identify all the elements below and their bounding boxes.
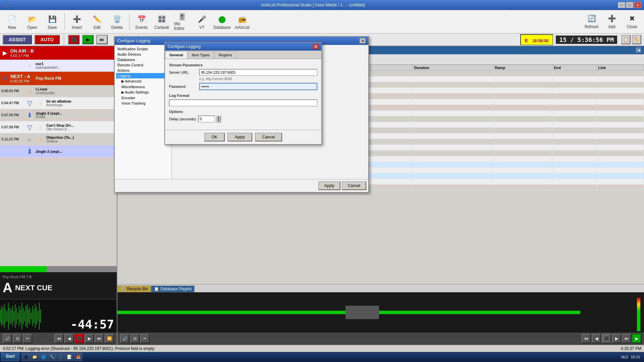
tree-audio-settings[interactable]: ▶ Audio Settings xyxy=(116,89,170,95)
cell-duration xyxy=(413,105,493,111)
stream-params-label: Stream Parameters xyxy=(169,63,317,67)
edit-button[interactable]: ✏️ Edit xyxy=(88,12,106,32)
vt-button[interactable]: 🎤 VT xyxy=(193,12,211,32)
taskbar: Start 🖥 📁 🌐 🔧 🎵 📝 🦊 NLD 16:15 xyxy=(0,352,644,362)
maximize-button[interactable]: □ xyxy=(626,2,633,8)
assist-button[interactable]: ASSIST xyxy=(3,35,32,44)
right-ffwd[interactable]: ⏭ xyxy=(622,334,631,343)
inner-cancel-button[interactable]: Cancel xyxy=(255,133,282,141)
tree-logging[interactable]: Logging xyxy=(116,73,170,78)
list-item[interactable]: 5:00:53 PM ♫ I Lived OneRepublic xyxy=(0,85,117,97)
log-format-input[interactable] xyxy=(169,100,317,106)
tree-miscellaneous[interactable]: Miscellaneous xyxy=(116,84,170,89)
server-url-input[interactable] xyxy=(199,69,317,76)
pencil-button[interactable]: ✏️ xyxy=(632,35,641,44)
mix-editor-button[interactable]: 🎚️ Mix Editor xyxy=(172,12,191,32)
tree-notification[interactable]: Notification Scripts xyxy=(116,46,170,52)
tree-voice-tracking[interactable]: Voice Tracking xyxy=(116,101,170,106)
list-item[interactable]: 5:07:38 PM ▽ ♫ Can't Stop Dri... Otto Kn… xyxy=(0,121,117,133)
auto-button[interactable]: AUTO xyxy=(35,35,60,44)
taskbar-icon-2[interactable]: 📁 xyxy=(31,353,39,361)
refresh-button[interactable]: 🔄 Refresh xyxy=(582,11,601,31)
cue-letter: A xyxy=(3,280,12,295)
inner-apply-button[interactable]: Apply xyxy=(227,133,252,141)
taskbar-icon-7[interactable]: 🦊 xyxy=(74,353,82,361)
outer-cancel-button[interactable]: Cancel xyxy=(342,181,366,190)
right-back[interactable]: ◀ xyxy=(592,334,601,343)
right-eq[interactable]: ⚖ xyxy=(130,334,140,343)
tree-databases[interactable]: Databases xyxy=(116,57,170,62)
transport-vol-left[interactable]: 🔊 xyxy=(3,334,12,343)
delay-input[interactable] xyxy=(198,116,215,122)
tree-remote-control[interactable]: Remote Control xyxy=(116,62,170,68)
list-item[interactable]: 5:04:47 PM ▽ ♫ Im an albatrao Aronchupa xyxy=(0,97,117,109)
tab-content-general: Stream Parameters Server URL: e.g. http:… xyxy=(165,59,321,130)
tab-general[interactable]: General xyxy=(165,51,187,59)
list-item[interactable]: 5:07:30 PM ⬇ Jingle 3 (sept... PFRM xyxy=(0,109,117,121)
delay-row: Delay (seconds): ▲ ▼ xyxy=(169,116,317,122)
list-item[interactable]: ⬇ Jingle 2 (sept... xyxy=(0,145,117,158)
right-fwd[interactable]: ▶ xyxy=(612,334,621,343)
svg-rect-19 xyxy=(24,311,25,321)
cartwall-button[interactable]: 🎛️ Cartwall xyxy=(152,12,171,32)
transport-ffwd[interactable]: ⏭ xyxy=(95,334,104,343)
transport-stop2[interactable]: ⬛ xyxy=(74,334,84,343)
tab-regions[interactable]: Regions xyxy=(214,51,236,59)
transport-fwd[interactable]: ▶ xyxy=(85,334,94,343)
database-button[interactable]: ⬤ Database xyxy=(213,12,231,32)
tree-audio-devices[interactable]: Audio Devices xyxy=(116,52,170,57)
next-button[interactable]: ⏭ xyxy=(96,35,108,44)
delay-decrement[interactable]: ▼ xyxy=(216,119,221,122)
minimize-button[interactable]: ─ xyxy=(618,2,625,8)
db-collapse-btn[interactable]: ◀ xyxy=(636,48,641,53)
right-cut[interactable]: ✂ xyxy=(140,334,150,343)
stop-button[interactable]: ⬛ xyxy=(68,35,79,44)
right-play[interactable]: ▶ xyxy=(632,334,641,343)
taskbar-icon-1[interactable]: 🖥 xyxy=(22,353,30,361)
add-toolbar-button[interactable]: ➕ Add xyxy=(602,11,621,31)
tree-advanced[interactable]: ▶ Advanced xyxy=(116,78,170,84)
password-input[interactable] xyxy=(199,83,317,90)
transport-back[interactable]: ◀ xyxy=(64,334,74,343)
right-rw[interactable]: ⏮ xyxy=(582,334,591,343)
list-item[interactable]: 5:11:21 PM ▷ ♫ Objection (Ta...) Shakira xyxy=(0,133,117,145)
outer-dialog-close-button[interactable]: ✕ xyxy=(360,38,366,44)
transport-cut-left[interactable]: ✂ xyxy=(23,334,32,343)
recycle-bin-tab[interactable]: 🗑️ Recycle Bin xyxy=(117,286,151,292)
tree-actions[interactable]: Actions xyxy=(116,68,170,73)
transport-next2[interactable]: ⏩ xyxy=(105,334,114,343)
insert-button[interactable]: ➕ Insert xyxy=(67,12,86,32)
outer-apply-button[interactable]: Apply xyxy=(318,181,340,190)
start-button[interactable]: Start xyxy=(1,353,19,361)
taskbar-icon-4[interactable]: 🔧 xyxy=(48,353,56,361)
save-button[interactable]: 💾 Save xyxy=(43,12,62,32)
events-button[interactable]: 📅 Events xyxy=(132,12,151,32)
transport-rw[interactable]: ⏮ xyxy=(54,334,64,343)
inner-dialog-close-button[interactable]: ✕ xyxy=(313,44,319,49)
tree-encoder[interactable]: Encoder xyxy=(116,95,170,101)
taskbar-icon-6[interactable]: 📝 xyxy=(65,353,73,361)
tab-item-types[interactable]: Item Types xyxy=(187,51,214,59)
app-icon: 🎵 xyxy=(3,2,8,8)
delete-button[interactable]: 🗑️ Delete xyxy=(108,12,126,32)
settings-tree: Notification Scripts Audio Devices Datab… xyxy=(115,45,172,179)
right-vol[interactable]: 🔊 xyxy=(120,334,129,343)
db-playlist-tab[interactable]: 📋 Database Playlist xyxy=(151,286,195,292)
taskbar-icon-3[interactable]: 🌐 xyxy=(39,353,47,361)
inner-ok-button[interactable]: OK xyxy=(204,133,225,141)
svg-rect-28 xyxy=(36,308,37,324)
right-stop[interactable]: ⬛ xyxy=(602,334,611,343)
mairlist-button[interactable]: 📻 mAirList xyxy=(233,12,252,32)
transport-eq-left[interactable]: ⚖ xyxy=(13,334,22,343)
close-toolbar-button[interactable]: ✖ Close xyxy=(623,11,641,31)
taskbar-icon-5[interactable]: 🎵 xyxy=(57,353,65,361)
item-info: Can't Stop Dri... Otto Knows &... xyxy=(46,123,115,131)
play-button[interactable]: ▶ xyxy=(82,35,94,44)
new-button[interactable]: 📄 New xyxy=(3,12,21,32)
delay-increment[interactable]: ▲ xyxy=(216,116,221,119)
options-label: Options xyxy=(169,110,317,114)
open-button[interactable]: 📂 Open xyxy=(23,12,42,32)
close-window-button[interactable]: ✕ xyxy=(634,2,641,8)
copy-button[interactable]: 📋 xyxy=(621,35,631,44)
list-item[interactable]: ♫ uur1 radiospektakel... xyxy=(0,60,117,72)
